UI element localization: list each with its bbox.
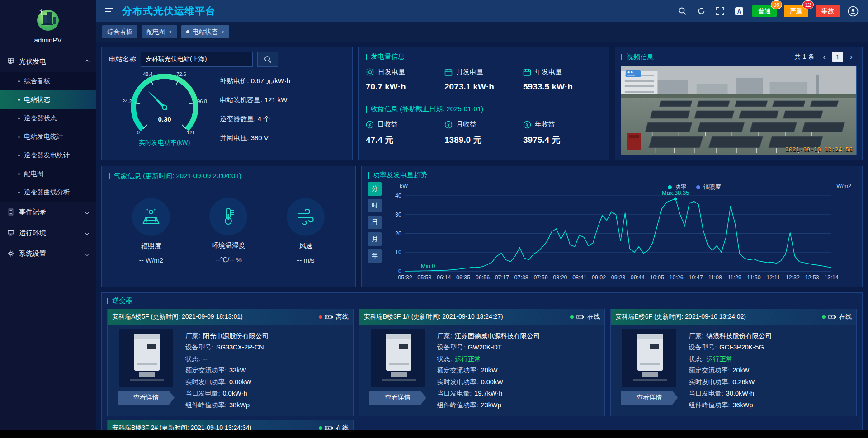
view-details-button[interactable]: 查看详情 <box>118 391 175 405</box>
sidebar-item-station-stats[interactable]: 电站发电统计 <box>0 127 96 146</box>
svg-text:¥: ¥ <box>368 122 371 127</box>
search-icon[interactable] <box>676 5 688 17</box>
prev-page-icon[interactable]: ‹ <box>819 52 830 62</box>
tab-year[interactable]: 年 <box>368 249 382 263</box>
trend-panel: 功率及发电量趋势 分 时 日 月 年 kW W/m2 <box>361 166 863 287</box>
chart-area: 分 时 日 月 年 kW W/m2 功率 辐照度 <box>368 182 856 282</box>
sidebar-item-station-status[interactable]: 电站状态 <box>0 90 96 109</box>
station-search-button[interactable] <box>257 52 278 67</box>
inverter-card: 安科瑞B楼3F 1# (更新时间: 2021-09-10 13:24:27) 在… <box>359 309 605 416</box>
tab-minute[interactable]: 分 <box>368 182 382 196</box>
alarm-accident-button[interactable]: 事故 <box>816 5 840 17</box>
power-gauge: 0 24.2 48.4 72.6 96.8 121 0.30 实时发电功率(kW… <box>109 67 220 155</box>
info-value: 380 V <box>251 134 269 141</box>
sidebar-item-curve-analysis[interactable]: 逆变器曲线分析 <box>0 183 96 202</box>
svg-text:06:35: 06:35 <box>456 274 470 281</box>
tab-month[interactable]: 月 <box>368 232 382 246</box>
weather-temp-humidity: 环境温湿度 --℃/-- % <box>209 198 247 264</box>
svg-text:08:20: 08:20 <box>553 274 567 281</box>
svg-text:08:41: 08:41 <box>572 274 586 281</box>
gauge-tick: 72.6 <box>176 71 186 77</box>
menu-group-settings[interactable]: 系统设置 <box>0 243 96 264</box>
tab-station-status[interactable]: 电站状态× <box>181 25 230 38</box>
username: adminPV <box>34 36 62 44</box>
field-label: 组件峰值功率: <box>437 401 478 409</box>
field-label: 状态: <box>185 355 200 363</box>
language-icon[interactable]: A <box>733 5 745 17</box>
tab-distribution[interactable]: 配电图× <box>142 25 177 38</box>
field-label: 状态: <box>689 355 703 363</box>
svg-text:07:59: 07:59 <box>533 274 547 281</box>
next-page-icon[interactable]: › <box>846 52 857 62</box>
view-details-button[interactable]: 查看详情 <box>369 391 426 405</box>
rev-item-year: ¥年收益 3975.4 元 <box>523 120 602 146</box>
rev-label: 年收益 <box>535 120 555 129</box>
sidebar-item-inverter-status[interactable]: 逆变器状态 <box>0 109 96 127</box>
page-number[interactable]: 1 <box>832 52 843 62</box>
inverter-card-header: 安科瑞E楼6F (更新时间: 2021-09-10 13:24:02) 在线 <box>611 309 856 325</box>
power-trend-chart: kW W/m2 功率 辐照度 01020304005:3205:5306:140… <box>386 182 856 282</box>
menu-group-label: 系统设置 <box>19 250 46 258</box>
gen-value: 70.7 kW·h <box>366 82 444 92</box>
field-label: 厂家: <box>437 332 452 339</box>
video-frame[interactable]: 2021-09-10 13:24:56 <box>621 66 857 155</box>
tab-close-icon[interactable]: × <box>221 28 225 35</box>
legend-power[interactable]: 功率 <box>668 183 686 191</box>
svg-text:07:38: 07:38 <box>514 274 528 281</box>
rev-value: 1389.0 元 <box>444 134 523 146</box>
tab-day[interactable]: 日 <box>368 216 382 229</box>
field-label: 额定交流功率: <box>437 367 478 374</box>
inverter-section: 逆变器 安科瑞A楼5F (更新时间: 2021-09-09 18:13:01) … <box>101 292 863 430</box>
weather-wind: 风速 -- m/s <box>287 198 325 264</box>
field-value: GCI-3P20K-5G <box>719 344 764 351</box>
station-name-input[interactable] <box>141 52 253 67</box>
camera-timestamp: 2021-09-10 13:24:56 <box>785 146 853 153</box>
tab-label: 电站状态 <box>193 28 218 36</box>
inverter-status: 在线 <box>315 424 349 430</box>
alarm-normal-button[interactable]: 普通 96 <box>752 5 777 17</box>
document-icon <box>7 208 14 216</box>
gen-value: 2073.1 kW·h <box>444 82 523 92</box>
field-value: 0.26kW <box>732 378 755 386</box>
video-panel: 视频信息 共 1 条 ‹ 1 › <box>615 47 863 160</box>
tab-close-icon[interactable]: × <box>169 28 172 35</box>
money-icon: ¥ <box>366 121 374 129</box>
field-value: SG33CX-2P-CN <box>216 344 264 351</box>
sidebar-item-dashboard[interactable]: 综合看板 <box>0 72 96 90</box>
svg-text:¥: ¥ <box>447 122 450 127</box>
user-avatar-icon[interactable] <box>847 5 859 17</box>
menu-group-environment[interactable]: 运行环境 <box>0 222 96 243</box>
tab-dashboard[interactable]: 综合看板 <box>102 25 137 38</box>
field-label: 当日发电量: <box>689 390 723 397</box>
field-label: 厂家: <box>185 332 200 339</box>
info-label: 补贴电价: <box>220 77 249 85</box>
tab-hour[interactable]: 时 <box>368 199 382 212</box>
settings-icon <box>7 250 14 257</box>
refresh-icon[interactable] <box>695 5 707 17</box>
menu-group-pv[interactable]: 光伏发电 <box>0 51 96 72</box>
alarm-serious-button[interactable]: 严重 12 <box>784 5 808 17</box>
sidebar-item-inverter-stats[interactable]: 逆变器发电统计 <box>0 146 96 165</box>
field-label: 额定交流功率: <box>689 367 730 374</box>
sidebar-item-distribution[interactable]: 配电图 <box>0 165 96 183</box>
inverter-card: 安科瑞B楼3F 2# (更新时间: 2021-09-10 13:24:34) 在… <box>107 420 354 430</box>
weather-title-row: 气象信息 (更新时间: 2021-09-09 20:04:01) <box>109 172 348 180</box>
view-details-button[interactable]: 查看详情 <box>621 391 678 405</box>
title-accent <box>366 54 367 60</box>
field-value: 30.0kW·h <box>726 390 754 397</box>
field-value: 20kW <box>481 367 498 374</box>
legend-irradiance[interactable]: 辐照度 <box>696 183 721 191</box>
chevron-down-icon <box>85 210 90 214</box>
title-accent <box>109 173 110 179</box>
page-content: 电站名称 <box>96 42 868 430</box>
meter-icon <box>325 314 333 320</box>
gen-label: 日发电量 <box>378 68 405 76</box>
alarm-accident-label: 事故 <box>821 7 834 15</box>
fullscreen-icon[interactable] <box>714 5 726 17</box>
status-dot <box>319 315 322 319</box>
field-value: 0.00kW <box>481 378 503 386</box>
hamburger-menu-icon[interactable] <box>103 5 115 17</box>
menu-group-events[interactable]: 事件记录 <box>0 202 96 222</box>
inverter-title: 安科瑞B楼3F 1# (更新时间: 2021-09-10 13:24:27) <box>364 313 503 321</box>
calendar-icon <box>523 68 531 76</box>
